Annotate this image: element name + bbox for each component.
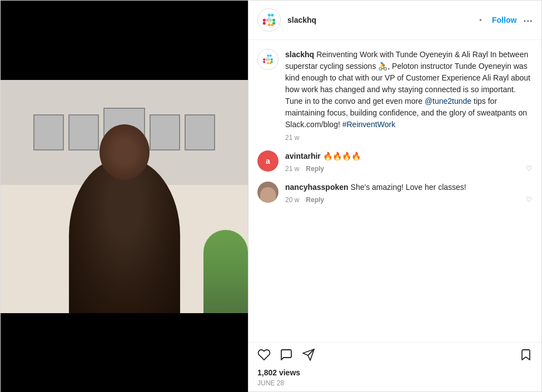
video-content	[1, 80, 248, 313]
share-button[interactable]	[302, 348, 315, 364]
comment-2: nancyhasspokenShe's amazing! Love her cl…	[257, 182, 533, 204]
caption-hashtag[interactable]: #ReinventWork	[342, 120, 395, 129]
action-icons	[257, 348, 533, 364]
like-button[interactable]	[257, 348, 271, 364]
caption-avatar	[257, 49, 279, 70]
comment-2-avatar	[257, 182, 279, 203]
svg-rect-10	[271, 23, 274, 26]
comment-2-time: 20 w	[285, 196, 299, 204]
caption-time: 21 w	[285, 134, 533, 142]
post-date: JUNE 28	[257, 379, 533, 387]
caption-text: slackhqReinventing Work with Tunde Oyene…	[285, 49, 533, 130]
details-panel: slackhq • Follow ···	[248, 1, 541, 392]
caption-mention[interactable]: @tune2tunde	[425, 97, 471, 105]
comment-1-reply[interactable]: Reply	[306, 165, 324, 173]
caption-username[interactable]: slackhq	[285, 50, 314, 59]
comments-area: slackhqReinventing Work with Tunde Oyene…	[248, 40, 541, 342]
svg-rect-11	[268, 21, 271, 23]
comment-2-avatar-inner	[260, 187, 276, 203]
caption-content: slackhqReinventing Work with Tunde Oyene…	[285, 49, 533, 142]
comment-1-body: 🔥🔥🔥🔥	[323, 152, 361, 160]
svg-rect-0	[263, 19, 266, 22]
more-options-icon[interactable]: ···	[523, 14, 533, 27]
comment-2-content: nancyhasspokenShe's amazing! Love her cl…	[285, 182, 533, 204]
svg-rect-23	[267, 59, 269, 62]
svg-rect-18	[271, 58, 273, 61]
header-username: slackhq	[287, 16, 469, 24]
svg-rect-13	[263, 61, 265, 63]
comment-2-text: nancyhasspokenShe's amazing! Love her cl…	[285, 182, 533, 193]
svg-rect-9	[268, 23, 271, 26]
svg-rect-22	[270, 62, 272, 64]
svg-rect-4	[271, 14, 274, 17]
comment-button[interactable]	[280, 348, 293, 364]
comment-1-time: 21 w	[285, 165, 299, 173]
comment-1-meta: 21 w Reply ♡	[285, 164, 533, 173]
comment-1-username[interactable]: avintarhir	[285, 152, 321, 160]
comment-1-avatar-letter: a	[266, 157, 270, 165]
comment-1-text: avintarhir🔥🔥🔥🔥	[285, 150, 533, 162]
comment-1-content: avintarhir🔥🔥🔥🔥 21 w Reply ♡	[285, 150, 533, 173]
svg-rect-21	[267, 62, 269, 64]
bookmark-button[interactable]	[519, 348, 533, 364]
video-frame[interactable]	[1, 80, 248, 313]
video-person	[69, 158, 180, 313]
caption-block: slackhqReinventing Work with Tunde Oyene…	[257, 49, 533, 142]
instagram-post: slackhq • Follow ···	[0, 0, 542, 392]
comment-2-body: She's amazing! Love her classes!	[351, 183, 466, 192]
caption-title: Reinventing Work with Tunde Oyeneyin & A…	[316, 50, 488, 59]
comment-2-like-icon[interactable]: ♡	[526, 195, 533, 204]
comment-2-meta: 20 w Reply ♡	[285, 195, 533, 204]
plant-overlay	[203, 230, 248, 313]
wall-frame-1	[33, 114, 64, 150]
media-panel	[1, 1, 248, 392]
svg-rect-12	[263, 58, 265, 61]
follow-button[interactable]: Follow	[492, 16, 516, 24]
svg-rect-3	[268, 14, 271, 17]
comment-2-reply[interactable]: Reply	[306, 196, 324, 204]
video-person-head	[100, 124, 150, 180]
comment-1-avatar: a	[257, 150, 279, 172]
comment-1: a avintarhir🔥🔥🔥🔥 21 w Reply ♡	[257, 150, 533, 173]
wall-frame-2	[68, 114, 99, 150]
views-count: 1,802 views	[257, 368, 533, 377]
svg-rect-15	[267, 54, 269, 57]
post-header: slackhq • Follow ···	[248, 1, 541, 40]
post-footer: 1,802 views JUNE 28	[248, 342, 541, 392]
svg-rect-16	[270, 54, 272, 57]
wall-frame-5	[185, 114, 215, 150]
comment-1-like-icon[interactable]: ♡	[526, 164, 533, 173]
header-avatar	[257, 8, 281, 32]
svg-rect-1	[263, 22, 266, 24]
comment-2-username[interactable]: nancyhasspoken	[285, 183, 349, 192]
svg-rect-6	[272, 19, 275, 22]
header-dot: •	[479, 16, 482, 24]
wall-frame-4	[150, 114, 180, 150]
